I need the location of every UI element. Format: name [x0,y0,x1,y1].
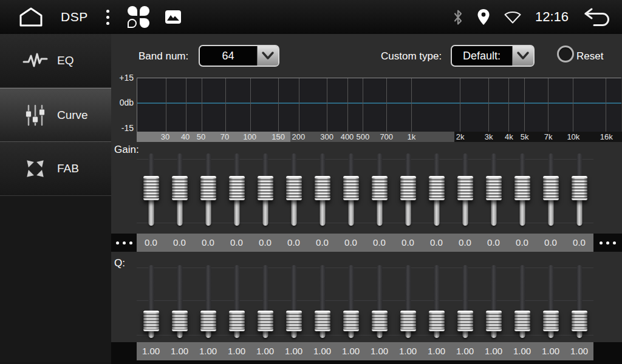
q-slider[interactable] [451,265,479,338]
gain-value: 0.0 [565,234,593,252]
q-value: 1.00 [308,342,337,360]
q-value: 1.00 [422,342,451,360]
gain-slider[interactable] [137,153,165,226]
freq-tick-label: 3k [485,132,493,142]
q-slider[interactable] [508,265,536,338]
gain-slider-knob[interactable] [429,176,445,200]
more-bands-right-button[interactable] [593,234,622,252]
chevron-down-icon[interactable] [257,46,278,66]
gain-slider-knob[interactable] [486,176,502,200]
q-slider-knob[interactable] [543,311,559,331]
gain-slider-knob[interactable] [258,176,273,200]
gain-value: 0.0 [251,234,279,252]
q-slider-knob[interactable] [429,311,445,331]
kebab-menu-icon[interactable] [104,7,112,27]
sidebar-item-label: FAB [57,162,79,175]
q-slider[interactable] [308,265,337,338]
back-icon[interactable] [582,7,613,27]
q-slider-knob[interactable] [343,311,359,331]
gain-slider[interactable] [165,153,194,226]
frequency-axis[interactable]: 304050701001502003004005007001k2k3k4k5k7… [137,132,622,142]
q-value: 1.00 [251,342,279,360]
gridline-vertical [225,78,226,132]
q-slider[interactable] [365,265,394,338]
sidebar-item-fab[interactable]: FAB [0,142,111,196]
sidebar-item-curve[interactable]: Curve [0,88,111,142]
gain-slider-knob[interactable] [343,176,359,200]
home-icon[interactable] [17,6,45,28]
gain-slider[interactable] [337,153,365,226]
gain-slider[interactable] [365,153,394,226]
q-slider-knob[interactable] [258,311,273,331]
q-slider-knob[interactable] [486,311,502,331]
gain-value: 0.0 [337,234,365,252]
gain-slider-knob[interactable] [200,176,216,200]
eq-curve-plot[interactable] [137,78,621,132]
gain-slider[interactable] [222,153,251,226]
gain-slider[interactable] [394,153,422,226]
reset-radio[interactable] [557,46,574,62]
sidebar-item-eq[interactable]: EQ [0,34,111,88]
q-slider-knob[interactable] [514,311,530,331]
gallery-icon[interactable] [165,10,181,24]
gain-slider[interactable] [479,153,508,226]
custom-type-label: Custom type: [381,50,442,62]
band-num-label: Band num: [138,50,188,62]
gain-slider[interactable] [451,153,479,226]
gridline-vertical [508,78,509,132]
band-num-select[interactable]: 64 [199,45,279,67]
q-slider[interactable] [137,265,165,338]
q-slider[interactable] [279,265,308,338]
q-slider[interactable] [165,265,194,338]
q-slider-knob[interactable] [372,311,388,331]
q-slider-knob[interactable] [457,311,473,331]
custom-type-select[interactable]: Default: [451,45,535,67]
sidebar-item-label: Curve [57,109,88,122]
gain-slider-knob[interactable] [229,176,245,200]
gain-slider-knob[interactable] [457,176,473,200]
y-tick-label: -15 [111,123,134,133]
q-slider[interactable] [565,265,593,338]
q-slider[interactable] [536,265,565,338]
freq-tick-label: 5k [521,132,529,142]
gain-slider[interactable] [194,153,222,226]
q-slider[interactable] [194,265,222,338]
gain-slider[interactable] [251,153,279,226]
gain-slider[interactable] [508,153,536,226]
app-launcher-icon[interactable] [128,6,149,28]
gain-slider[interactable] [422,153,451,226]
q-slider[interactable] [422,265,451,338]
q-slider-knob[interactable] [143,311,159,331]
q-slider-knob[interactable] [400,311,416,331]
gain-slider[interactable] [279,153,308,226]
gain-slider[interactable] [308,153,337,226]
gain-slider-knob[interactable] [172,176,188,200]
q-value: 1.00 [137,342,165,360]
more-bands-left-button[interactable] [111,234,137,252]
q-slider-knob[interactable] [286,311,302,331]
q-slider[interactable] [337,265,365,338]
gain-slider-knob[interactable] [315,176,330,200]
q-slider-knob[interactable] [572,311,587,331]
q-slider-knob[interactable] [172,311,188,331]
q-slider[interactable] [394,265,422,338]
gain-value: 0.0 [451,234,479,252]
sidebar: EQ Curve [0,34,111,364]
gain-slider[interactable] [565,153,593,226]
q-slider-knob[interactable] [200,311,216,331]
gain-slider-knob[interactable] [543,176,559,200]
q-slider-knob[interactable] [229,311,245,331]
gain-slider-knob[interactable] [514,176,530,200]
chevron-down-icon[interactable] [512,46,533,66]
q-slider-knob[interactable] [315,311,330,331]
q-slider[interactable] [222,265,251,338]
q-slider[interactable] [479,265,508,338]
gain-slider-knob[interactable] [372,176,388,200]
gain-slider-knob[interactable] [572,176,587,200]
gain-slider[interactable] [536,153,565,226]
gain-slider-knob[interactable] [400,176,416,200]
gain-slider-knob[interactable] [143,176,159,200]
gridline-vertical [363,78,363,132]
gain-slider-knob[interactable] [286,176,302,200]
q-slider[interactable] [251,265,279,338]
